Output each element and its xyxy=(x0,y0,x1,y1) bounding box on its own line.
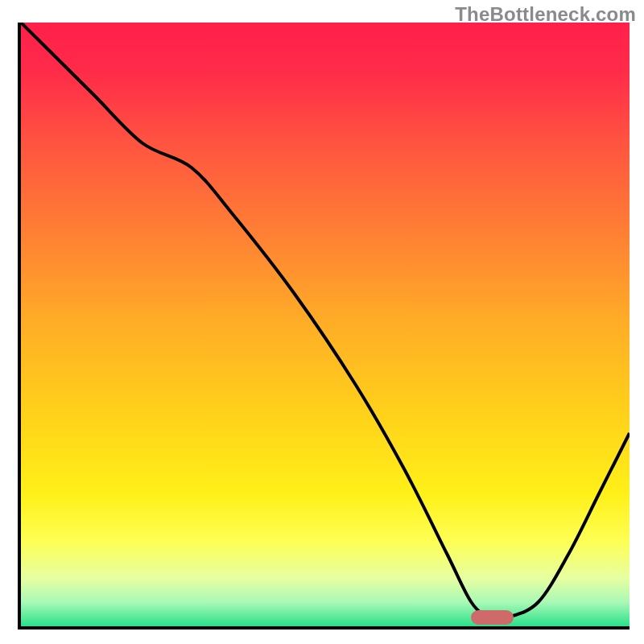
heat-gradient-background xyxy=(21,23,630,626)
chart-container: TheBottleneck.com xyxy=(0,0,644,644)
plot-area xyxy=(18,23,630,630)
optimal-range-marker xyxy=(471,610,514,625)
